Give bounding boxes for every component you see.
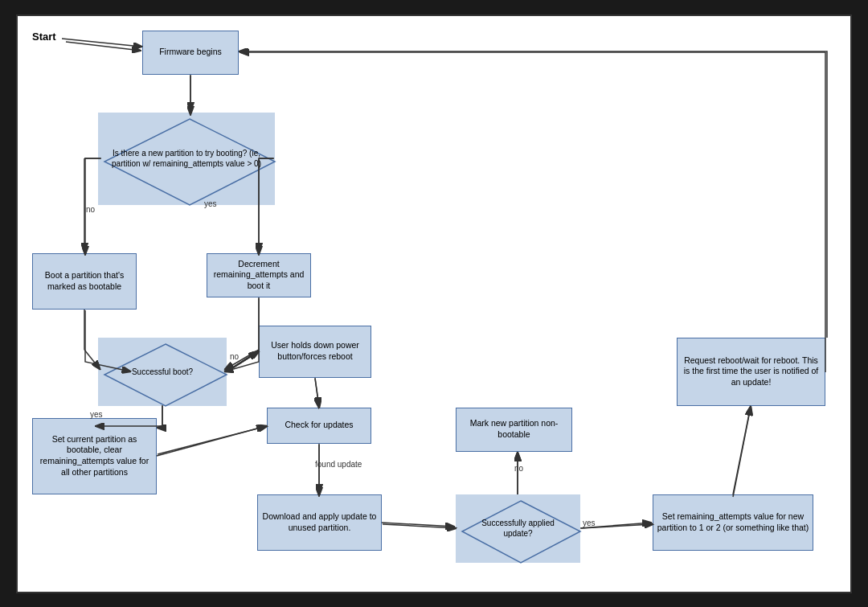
node-successful-boot: Successful boot? [98, 338, 227, 406]
diagram-container: Start Firmware begins Is there a new par… [16, 14, 852, 593]
node-user-holds: User holds down power button/forces rebo… [259, 326, 371, 378]
svg-line-19 [157, 426, 266, 456]
label-no-applied: no [514, 464, 523, 473]
node-mark-non-bootable: Mark new partition non-bootable [456, 408, 572, 452]
start-label: Start [32, 31, 56, 43]
svg-line-20 [315, 378, 319, 407]
label-yes-successful-boot: yes [90, 410, 103, 419]
node-firmware-begins: Firmware begins [142, 31, 239, 75]
label-no-successful-boot: no [230, 352, 239, 361]
svg-line-22 [382, 523, 455, 527]
label-yes-applied: yes [583, 519, 596, 527]
node-successfully-applied: Successfully applied update? [456, 494, 580, 563]
svg-line-4 [66, 42, 141, 51]
svg-line-25 [733, 406, 751, 494]
node-decrement: Decrement remaining_attempts and boot it [207, 253, 311, 297]
label-found-update: found update [315, 460, 362, 469]
node-download-apply: Download and apply update to unused part… [257, 494, 382, 551]
node-request-reboot: Request reboot/wait for reboot. This is … [677, 338, 825, 406]
node-new-partition: Is there a new partition to try booting?… [98, 113, 275, 205]
label-yes-new-partition: yes [204, 199, 217, 208]
label-no-new-partition: no [86, 205, 95, 214]
node-set-remaining: Set remaining_attempts value for new par… [653, 494, 813, 551]
node-set-current: Set current partition as bootable, clear… [32, 418, 157, 494]
node-boot-bootable: Boot a partition that's marked as bootab… [32, 253, 137, 310]
node-check-updates: Check for updates [267, 408, 371, 444]
